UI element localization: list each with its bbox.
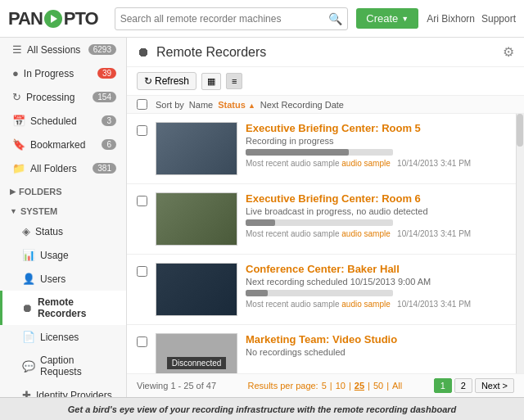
sidebar-count-in-progress: 39 <box>97 68 116 79</box>
gear-icon[interactable]: ⚙ <box>503 44 514 60</box>
scrollbar-thumb[interactable] <box>517 114 523 147</box>
sidebar-label-all-folders: All Folders <box>30 163 77 174</box>
app-header: PAN PTO 🔍 Create Ari Bixhorn Support <box>0 0 524 38</box>
sidebar-icon-processing: ↻ <box>12 91 21 103</box>
item-title-r4[interactable]: Marketing Team: Video Studio <box>246 333 514 345</box>
sort-status-label: Status <box>218 100 246 110</box>
sidebar-icon-users: 👤 <box>22 273 35 285</box>
support-link[interactable]: Support <box>481 13 516 25</box>
sidebar-label-in-progress: In Progress <box>24 68 74 79</box>
sidebar-label-users: Users <box>40 273 66 285</box>
pagination: 1 2 Next > <box>434 378 514 393</box>
select-all-checkbox[interactable] <box>137 99 147 110</box>
item-info-r3: Conference Center: Baker Hall Next recor… <box>246 263 514 309</box>
sidebar-item-remote-recorders[interactable]: ⏺ Remote Recorders <box>0 291 126 325</box>
system-label: System <box>20 206 57 216</box>
item-title-r2[interactable]: Executive Briefing Center: Room 6 <box>246 192 514 205</box>
sidebar-item-caption-requests[interactable]: 💬 Caption Requests <box>0 349 126 383</box>
item-status-r3: Next recording scheduled 10/15/2013 9:00… <box>246 277 514 287</box>
page-icon: ⏺ <box>137 45 150 60</box>
recorder-item-r2: Executive Briefing Center: Room 6 Live b… <box>127 184 524 255</box>
sidebar-label-scheduled: Scheduled <box>30 115 77 127</box>
sidebar-count-bookmarked: 6 <box>102 139 116 150</box>
per-page-selector: Results per page: 5 | 10 | 25 | 50 | All <box>247 381 402 391</box>
sidebar-label-licenses: Licenses <box>40 332 79 343</box>
audio-bar-r1 <box>246 149 393 156</box>
sidebar-label-caption-requests: Caption Requests <box>40 355 116 377</box>
sort-arrow-icon: ▲ <box>248 102 255 110</box>
item-title-r3[interactable]: Conference Center: Baker Hall <box>246 263 514 275</box>
audio-sample-link-r2[interactable]: audio sample <box>341 229 390 238</box>
item-meta-r2: Most recent audio sample audio sample 10… <box>246 229 514 238</box>
view-grid-button[interactable]: ▦ <box>201 73 221 90</box>
page-2-button[interactable]: 2 <box>454 378 472 393</box>
per-page-5[interactable]: 5 <box>322 381 327 391</box>
page-1-button[interactable]: 1 <box>434 378 452 393</box>
item-checkbox-r4[interactable] <box>137 336 147 347</box>
viewing-text: Viewing 1 - 25 of 47 <box>137 381 216 391</box>
sidebar-icon-usage: 📊 <box>22 249 35 261</box>
sidebar-item-identity-providers[interactable]: ✚ Identity Providers <box>0 383 126 397</box>
sort-bar: Sort by Name Status ▲ Next Recording Dat… <box>127 96 524 114</box>
sidebar-item-all-folders[interactable]: 📁 All Folders 381 <box>0 156 126 180</box>
sidebar-item-bookmarked[interactable]: 🔖 Bookmarked 6 <box>0 133 126 156</box>
search-icon[interactable]: 🔍 <box>328 12 342 25</box>
folders-label: Folders <box>19 187 62 196</box>
search-bar: 🔍 <box>115 7 349 30</box>
sidebar-top-items: ☰ All Sessions 6293 ● In Progress 39 ↻ P… <box>0 38 126 180</box>
sort-name[interactable]: Name <box>189 100 213 110</box>
per-page-25[interactable]: 25 <box>355 381 364 391</box>
audio-fill-r1 <box>246 149 349 156</box>
sort-next-recording[interactable]: Next Recording Date <box>260 100 344 110</box>
sidebar-label-all-sessions: All Sessions <box>27 44 80 56</box>
sidebar-item-usage[interactable]: 📊 Usage <box>0 243 126 267</box>
recorder-item-r3: Conference Center: Baker Hall Next recor… <box>127 255 524 325</box>
sidebar-item-users[interactable]: 👤 Users <box>0 267 126 291</box>
create-button[interactable]: Create <box>356 8 418 29</box>
audio-sample-link-r3[interactable]: audio sample <box>341 300 390 309</box>
item-thumb-r3 <box>156 263 237 316</box>
item-title-r1[interactable]: Executive Briefing Center: Room 5 <box>246 122 514 134</box>
footer: Viewing 1 - 25 of 47 Results per page: 5… <box>127 373 524 397</box>
logo-text-right: PTO <box>64 8 98 29</box>
sidebar-section-system[interactable]: ▼ System <box>0 200 126 219</box>
sidebar-icon-remote-recorders: ⏺ <box>22 302 33 314</box>
main-content-header: ⏺ Remote Recorders ⚙ <box>127 38 524 67</box>
item-status-r1: Recording in progress <box>246 136 514 146</box>
refresh-label: Refresh <box>155 75 189 87</box>
item-checkbox-r1[interactable] <box>137 125 147 136</box>
logo-text-left: PAN <box>8 8 43 29</box>
main-layout: ☰ All Sessions 6293 ● In Progress 39 ↻ P… <box>0 38 524 397</box>
sidebar-icon-bookmarked: 🔖 <box>12 138 25 151</box>
sidebar-label-usage: Usage <box>40 250 69 261</box>
sidebar-item-licenses[interactable]: 📄 Licenses <box>0 325 126 349</box>
sidebar-item-all-sessions[interactable]: ☰ All Sessions 6293 <box>0 38 126 61</box>
sidebar-item-status[interactable]: ◈ Status <box>0 219 126 243</box>
per-page-all[interactable]: All <box>392 381 402 391</box>
search-input[interactable] <box>120 13 329 25</box>
sort-status[interactable]: Status ▲ <box>218 100 255 110</box>
user-name[interactable]: Ari Bixhorn <box>427 13 475 25</box>
item-checkbox-r3[interactable] <box>137 266 147 277</box>
recorder-item-r4: Disconnected Marketing Team: Video Studi… <box>127 325 524 373</box>
sidebar-label-remote-recorders: Remote Recorders <box>38 296 116 319</box>
sidebar-count-processing: 154 <box>93 92 116 102</box>
refresh-button[interactable]: ↻ Refresh <box>137 72 196 90</box>
per-page-50[interactable]: 50 <box>373 381 383 391</box>
page-next-button[interactable]: Next > <box>475 378 514 393</box>
sidebar-icon-identity-providers: ✚ <box>22 389 31 397</box>
view-list-button[interactable]: ≡ <box>226 73 242 89</box>
sidebar-item-in-progress[interactable]: ● In Progress 39 <box>0 61 126 85</box>
item-info-r4: Marketing Team: Video Studio No recordin… <box>246 333 514 359</box>
sidebar-section-folders[interactable]: ▶ Folders <box>0 180 126 200</box>
folders-arrow-icon: ▶ <box>10 187 16 196</box>
sidebar-count-all-folders: 381 <box>93 163 116 174</box>
sidebar-label-bookmarked: Bookmarked <box>30 139 85 151</box>
item-checkbox-r2[interactable] <box>137 196 147 206</box>
sidebar-item-processing[interactable]: ↻ Processing 154 <box>0 85 126 109</box>
sidebar-icon-all-folders: 📁 <box>12 162 25 174</box>
audio-bar-r3 <box>246 290 393 296</box>
sidebar-item-scheduled[interactable]: 📅 Scheduled 3 <box>0 109 126 133</box>
audio-sample-link-r1[interactable]: audio sample <box>341 159 390 168</box>
per-page-10[interactable]: 10 <box>336 381 346 391</box>
